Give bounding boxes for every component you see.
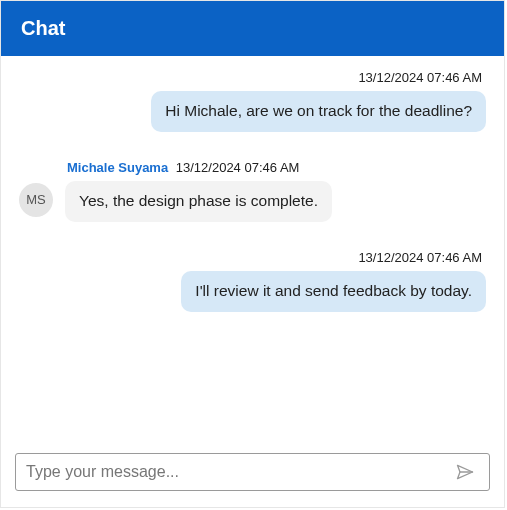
message-bubble-mine: Hi Michale, are we on track for the dead… [151, 91, 486, 132]
message-row: Hi Michale, are we on track for the dead… [19, 91, 486, 132]
message-row: MS Yes, the design phase is complete. [19, 181, 486, 222]
message-timestamp: 13/12/2024 07:46 AM [176, 160, 300, 175]
send-button[interactable] [451, 460, 479, 484]
message-timestamp: 13/12/2024 07:46 AM [358, 70, 482, 85]
message-input[interactable] [26, 463, 451, 481]
message-group: 13/12/2024 07:46 AM I'll review it and s… [19, 250, 486, 312]
message-meta: 13/12/2024 07:46 AM [19, 70, 486, 85]
message-author: Michale Suyama [67, 160, 168, 175]
message-timestamp: 13/12/2024 07:46 AM [358, 250, 482, 265]
chat-header: Chat [1, 1, 504, 56]
message-meta: 13/12/2024 07:46 AM [19, 250, 486, 265]
chat-window: Chat 13/12/2024 07:46 AM Hi Michale, are… [0, 0, 505, 508]
send-icon [455, 462, 475, 482]
chat-title: Chat [21, 17, 65, 39]
message-row: I'll review it and send feedback by toda… [19, 271, 486, 312]
message-group: 13/12/2024 07:46 AM Hi Michale, are we o… [19, 70, 486, 132]
composer [1, 441, 504, 507]
composer-inner [15, 453, 490, 491]
message-bubble-theirs: Yes, the design phase is complete. [65, 181, 332, 222]
message-group: Michale Suyama 13/12/2024 07:46 AM MS Ye… [19, 160, 486, 222]
avatar: MS [19, 183, 53, 217]
messages-pane[interactable]: 13/12/2024 07:46 AM Hi Michale, are we o… [1, 56, 504, 441]
message-bubble-mine: I'll review it and send feedback by toda… [181, 271, 486, 312]
message-meta: Michale Suyama 13/12/2024 07:46 AM [19, 160, 486, 175]
